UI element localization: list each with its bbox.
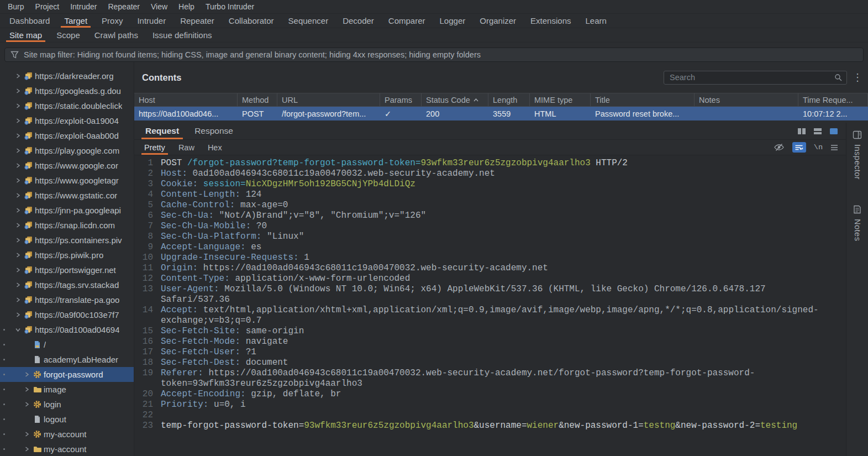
- tree-item-https-ps-containers-piv[interactable]: https://ps.containers.piv: [0, 233, 134, 248]
- column-header-method[interactable]: Method: [238, 93, 277, 106]
- chevron-right-icon[interactable]: [13, 193, 22, 198]
- chevron-right-icon[interactable]: [22, 432, 31, 437]
- sidebar-tab-notes[interactable]: Notes: [853, 205, 862, 241]
- tab-collaborator[interactable]: Collaborator: [222, 14, 281, 28]
- view-tab-pretty[interactable]: Pretty: [138, 140, 172, 155]
- search-box[interactable]: [664, 71, 847, 85]
- tree-item-https-www-google-cor[interactable]: https://www.google.cor: [0, 158, 134, 173]
- tab-sequencer[interactable]: Sequencer: [281, 14, 336, 28]
- tree-item-https-exploit-0aab00d[interactable]: https://exploit-0aab00d: [0, 128, 134, 143]
- tree-item-forgot-password[interactable]: forgot-password: [0, 367, 134, 382]
- tree-item-https-portswigger-net[interactable]: https://portswigger.net: [0, 263, 134, 277]
- chevron-right-icon[interactable]: [13, 88, 22, 93]
- menu-item-project[interactable]: Project: [30, 2, 65, 11]
- tree-item-https-snap-licdn-com[interactable]: https://snap.licdn.com: [0, 218, 134, 233]
- chevron-right-icon[interactable]: [22, 387, 31, 392]
- tree-item-image[interactable]: image: [0, 382, 134, 397]
- tree-item-my-account[interactable]: my-account: [0, 442, 134, 456]
- tree-item-logout[interactable]: logout: [0, 412, 134, 427]
- editor-tab-response[interactable]: Response: [187, 123, 241, 139]
- column-header-status-code[interactable]: Status Code: [422, 93, 488, 106]
- column-header-host[interactable]: Host: [134, 93, 238, 106]
- menu-item-intruder[interactable]: Intruder: [65, 2, 102, 11]
- view-tab-hex[interactable]: Hex: [201, 140, 229, 155]
- chevron-right-icon[interactable]: [22, 402, 31, 407]
- tab-comparer[interactable]: Comparer: [381, 14, 433, 28]
- column-header-length[interactable]: Length: [488, 93, 530, 106]
- tree-item-https-exploit-0a19004[interactable]: https://exploit-0a19004: [0, 113, 134, 128]
- tree-item-https-www-gstatic-cor[interactable]: https://www.gstatic.cor: [0, 188, 134, 203]
- chevron-right-icon[interactable]: [13, 268, 22, 272]
- tab-logger[interactable]: Logger: [433, 14, 473, 28]
- menu-item-view[interactable]: View: [145, 2, 173, 11]
- view-tab-raw[interactable]: Raw: [172, 140, 201, 155]
- menu-item-help[interactable]: Help: [173, 2, 200, 11]
- tree-item-https-translate-pa-goo[interactable]: https://translate-pa.goo: [0, 292, 134, 307]
- tab-organizer[interactable]: Organizer: [472, 14, 523, 28]
- subtab-scope[interactable]: Scope: [49, 28, 87, 42]
- chevron-right-icon[interactable]: [22, 372, 31, 377]
- chevron-right-icon[interactable]: [13, 282, 22, 287]
- hide-eye-icon[interactable]: [774, 143, 785, 151]
- soft-wrap-toggle[interactable]: [792, 142, 806, 153]
- layout-rows-button[interactable]: [813, 128, 822, 135]
- layout-columns-button[interactable]: [797, 128, 806, 135]
- column-header-mime-type[interactable]: MIME type: [530, 93, 591, 106]
- tab-decoder[interactable]: Decoder: [335, 14, 381, 28]
- tree-item-https-jnn-pa-googleapi[interactable]: https://jnn-pa.googleapi: [0, 203, 134, 218]
- chevron-right-icon[interactable]: [13, 163, 22, 168]
- tab-extensions[interactable]: Extensions: [523, 14, 578, 28]
- tree-item-https-0ad100ad04694[interactable]: https://0ad100ad04694: [0, 322, 134, 337]
- tree-item-https-play-google-com[interactable]: https://play.google.com: [0, 143, 134, 158]
- chevron-right-icon[interactable]: [13, 297, 22, 302]
- sitemap-filter-bar[interactable]: Site map filter: Hiding not found items;…: [4, 48, 864, 62]
- tree-item-academylabheader[interactable]: academyLabHeader: [0, 352, 134, 367]
- chevron-right-icon[interactable]: [22, 447, 31, 452]
- tree-item-https-0a9f00c103e7f7[interactable]: https://0a9f00c103e7f7: [0, 307, 134, 322]
- column-header-title[interactable]: Title: [591, 93, 695, 106]
- tree-item-https-darkreader-org[interactable]: https://darkreader.org: [0, 69, 134, 83]
- tree-item-my-account[interactable]: my-account: [0, 427, 134, 442]
- search-input[interactable]: [669, 72, 834, 82]
- editor-tab-request[interactable]: Request: [138, 123, 187, 139]
- chevron-down-icon[interactable]: [13, 327, 22, 332]
- chevron-right-icon[interactable]: [13, 253, 22, 258]
- menu-item-burp[interactable]: Burp: [2, 2, 30, 11]
- menu-item-repeater[interactable]: Repeater: [102, 2, 145, 11]
- sidebar-tab-inspector[interactable]: Inspector: [853, 130, 862, 180]
- tree-item-item[interactable]: /: [0, 337, 134, 352]
- layout-single-button[interactable]: [829, 128, 838, 135]
- column-header-params[interactable]: Params: [380, 93, 422, 106]
- request-editor[interactable]: 1POST /forgot-password?temp-forgot-passw…: [134, 155, 846, 456]
- tree-item-https-www-googletagr[interactable]: https://www.googletagr: [0, 173, 134, 188]
- subtab-issue-definitions[interactable]: Issue definitions: [145, 28, 219, 42]
- chevron-right-icon[interactable]: [13, 74, 22, 78]
- tab-dashboard[interactable]: Dashboard: [2, 14, 57, 28]
- subtab-crawl-paths[interactable]: Crawl paths: [87, 28, 145, 42]
- tree-item-https-ps-piwik-pro[interactable]: https://ps.piwik.pro: [0, 248, 134, 263]
- chevron-right-icon[interactable]: [13, 312, 22, 317]
- column-header-notes[interactable]: Notes: [695, 93, 798, 106]
- tab-learn[interactable]: Learn: [578, 14, 613, 28]
- tree-item-https-static-doubleclick[interactable]: https://static.doubleclick: [0, 98, 134, 113]
- chevron-right-icon[interactable]: [13, 208, 22, 213]
- subtab-site-map[interactable]: Site map: [2, 28, 49, 42]
- chevron-right-icon[interactable]: [13, 103, 22, 108]
- tab-proxy[interactable]: Proxy: [94, 14, 130, 28]
- menu-item-turbo-intruder[interactable]: Turbo Intruder: [200, 2, 260, 11]
- tab-repeater[interactable]: Repeater: [173, 14, 222, 28]
- tab-intruder[interactable]: Intruder: [130, 14, 173, 28]
- editor-menu-icon[interactable]: [830, 144, 838, 151]
- show-newlines-toggle[interactable]: \n: [814, 143, 823, 151]
- tree-item-https-tags-srv-stackad[interactable]: https://tags.srv.stackad: [0, 277, 134, 292]
- column-header-url[interactable]: URL: [277, 93, 380, 106]
- chevron-right-icon[interactable]: [13, 118, 22, 123]
- chevron-right-icon[interactable]: [13, 133, 22, 138]
- kebab-menu-icon[interactable]: ⋮: [853, 71, 861, 83]
- tree-item-login[interactable]: login: [0, 397, 134, 412]
- table-row[interactable]: https://0ad100ad046...POST/forgot-passwo…: [134, 107, 868, 120]
- column-header-time-reque[interactable]: Time Reque...: [798, 93, 868, 106]
- chevron-right-icon[interactable]: [13, 238, 22, 243]
- chevron-right-icon[interactable]: [13, 178, 22, 183]
- chevron-right-icon[interactable]: [13, 223, 22, 228]
